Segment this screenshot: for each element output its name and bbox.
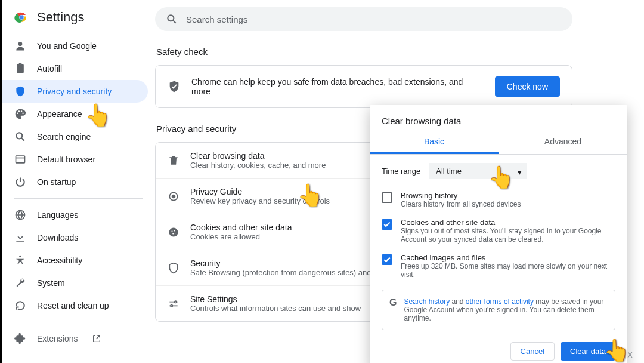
- sidebar-item-label: Autofill: [37, 64, 62, 73]
- option-title: Cookies and other site data: [401, 218, 615, 227]
- sidebar-item-languages[interactable]: Languages: [2, 204, 148, 226]
- reset-icon: [14, 300, 26, 312]
- sidebar-item-label: Downloads: [37, 233, 78, 242]
- clipboard-icon: [14, 63, 26, 75]
- search-input[interactable]: Search settings: [155, 7, 572, 31]
- row-title: Clear browsing data: [190, 151, 326, 161]
- sidebar-item-label: Appearance: [37, 109, 82, 119]
- svg-point-4: [16, 133, 22, 139]
- person-icon: [14, 40, 26, 52]
- row-title: Site Settings: [190, 294, 361, 304]
- option-sub: Frees up 320 MB. Some sites may load mor…: [401, 262, 615, 279]
- option-cookies[interactable]: Cookies and other site dataSigns you out…: [370, 214, 627, 250]
- cookie-icon: [168, 226, 179, 238]
- row-sub: Clear history, cookies, cache, and more: [190, 161, 326, 170]
- row-sub: Cookies are allowed: [190, 232, 292, 241]
- download-icon: [14, 232, 26, 244]
- chevron-down-icon: ▾: [518, 168, 522, 177]
- dialog-title: Clear browsing data: [370, 105, 627, 131]
- checkbox-checked[interactable]: [382, 219, 392, 230]
- sliders-icon: [168, 298, 179, 310]
- sidebar-item-appearance[interactable]: Appearance: [2, 103, 148, 125]
- safety-check-text: Chrome can help keep you safe from data …: [191, 77, 484, 96]
- nav-main: You and Google Autofill Privacy and secu…: [2, 35, 155, 193]
- chrome-logo-icon: [14, 10, 29, 24]
- globe-icon: [14, 209, 26, 221]
- cancel-button[interactable]: Cancel: [510, 342, 555, 361]
- search-icon: [166, 13, 178, 25]
- shield-check-icon: [168, 80, 181, 93]
- sidebar-item-label: Reset and clean up: [37, 301, 109, 310]
- shield-outline-icon: [168, 262, 179, 274]
- svg-point-3: [18, 42, 23, 46]
- row-sub: Review key privacy and security controls: [190, 196, 330, 205]
- safety-check-card: Chrome can help keep you safe from data …: [155, 65, 572, 108]
- search-placeholder: Search settings: [186, 14, 247, 24]
- option-cached[interactable]: Cached images and filesFrees up 320 MB. …: [370, 250, 627, 285]
- app-header: Settings: [2, 10, 155, 35]
- tab-advanced[interactable]: Advanced: [499, 131, 627, 154]
- svg-point-11: [169, 227, 178, 236]
- open-external-icon: [92, 334, 101, 343]
- option-title: Cached images and files: [401, 253, 615, 262]
- clear-data-button[interactable]: Clear data: [561, 342, 615, 361]
- sidebar-item-search-engine[interactable]: Search engine: [2, 125, 148, 148]
- sidebar-item-label: On startup: [37, 177, 76, 187]
- sidebar-item-you-and-google[interactable]: You and Google: [2, 35, 148, 57]
- info-link[interactable]: other forms of activity: [466, 297, 534, 306]
- sidebar-item-reset[interactable]: Reset and clean up: [2, 294, 148, 317]
- google-g-icon: G: [389, 297, 397, 308]
- extensions-icon: [14, 333, 26, 344]
- svg-rect-5: [16, 156, 25, 163]
- row-title: Privacy Guide: [190, 187, 330, 196]
- svg-point-13: [174, 230, 175, 231]
- nav-advanced: Languages Downloads Accessibility System…: [2, 204, 155, 317]
- time-range-select[interactable]: All time ▾: [429, 163, 527, 179]
- check-now-button[interactable]: Check now: [495, 76, 560, 97]
- sidebar-item-label: You and Google: [37, 41, 97, 51]
- svg-point-7: [19, 256, 21, 257]
- checkbox-checked[interactable]: [382, 254, 392, 265]
- sidebar-item-downloads[interactable]: Downloads: [2, 226, 148, 249]
- clear-browsing-data-dialog: Clear browsing data Basic Advanced Time …: [370, 105, 627, 363]
- power-icon: [14, 176, 26, 188]
- svg-point-12: [172, 230, 173, 232]
- sidebar-item-label: Search engine: [37, 132, 91, 141]
- wrench-icon: [14, 277, 26, 289]
- svg-point-16: [175, 301, 177, 303]
- sidebar-item-on-startup[interactable]: On startup: [2, 171, 148, 193]
- search-icon: [14, 131, 26, 143]
- option-browsing-history[interactable]: Browsing historyClears history from all …: [370, 187, 627, 214]
- time-range-value: All time: [436, 167, 462, 176]
- sidebar-item-default-browser[interactable]: Default browser: [2, 148, 148, 171]
- option-sub: Signs you out of most sites. You'll stay…: [401, 227, 615, 244]
- option-sub: Clears history from all synced devices: [401, 200, 521, 208]
- sidebar-item-label: Extensions: [37, 334, 78, 343]
- sidebar-item-extensions[interactable]: Extensions: [2, 327, 155, 350]
- sidebar-item-system[interactable]: System: [2, 272, 148, 294]
- trash-icon: [168, 155, 179, 167]
- page-title: Settings: [37, 10, 85, 25]
- sidebar-item-autofill[interactable]: Autofill: [2, 57, 148, 80]
- svg-point-17: [171, 304, 172, 306]
- info-box: G Search history and other forms of acti…: [382, 290, 615, 330]
- sidebar-item-accessibility[interactable]: Accessibility: [2, 249, 148, 272]
- sidebar-item-label: Accessibility: [37, 256, 82, 265]
- checkbox-unchecked[interactable]: [382, 192, 392, 203]
- svg-point-14: [172, 233, 174, 234]
- option-title: Browsing history: [401, 191, 521, 200]
- accessibility-icon: [14, 254, 26, 266]
- tab-basic[interactable]: Basic: [370, 131, 499, 154]
- sidebar-item-label: Privacy and security: [37, 87, 112, 96]
- sidebar: Settings You and Google Autofill Privacy…: [2, 0, 155, 363]
- browser-icon: [14, 153, 26, 165]
- sidebar-item-label: System: [37, 278, 65, 288]
- sidebar-item-privacy-security[interactable]: Privacy and security: [2, 80, 148, 103]
- row-sub: Controls what information sites can use …: [190, 304, 361, 313]
- palette-icon: [14, 108, 26, 120]
- svg-point-8: [168, 15, 174, 21]
- row-title: Cookies and other site data: [190, 223, 292, 232]
- info-link[interactable]: Search history: [404, 297, 450, 306]
- target-icon: [168, 190, 179, 202]
- shield-icon: [14, 85, 26, 97]
